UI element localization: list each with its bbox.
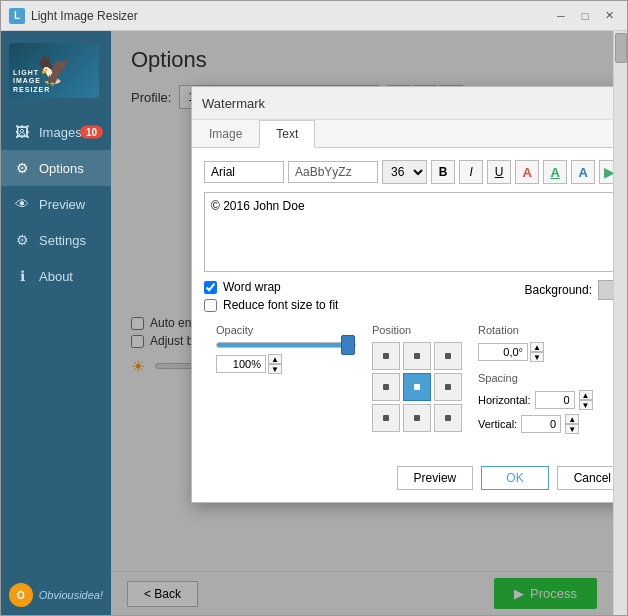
position-bottom-right[interactable] xyxy=(434,404,462,432)
position-bottom-center[interactable] xyxy=(403,404,431,432)
sidebar-item-preview[interactable]: 👁 Preview xyxy=(1,186,111,222)
pos-dot-active xyxy=(414,384,420,390)
images-badge: 10 xyxy=(80,126,103,139)
position-middle-right[interactable] xyxy=(434,373,462,401)
position-label: Position xyxy=(372,324,462,336)
font-color-blue-button[interactable]: A xyxy=(571,160,595,184)
position-bottom-left[interactable] xyxy=(372,404,400,432)
preview-button[interactable]: Preview xyxy=(397,466,474,490)
preview-icon: 👁 xyxy=(13,196,31,212)
pos-dot xyxy=(383,415,389,421)
vertical-increment-button[interactable]: ▲ xyxy=(565,414,579,424)
main-layout: 🦅 LIGHT IMAGE RESIZER 🖼 Images 10 ⚙ Opti xyxy=(1,31,627,615)
spacing-label: Spacing xyxy=(478,372,593,384)
rotation-increment-button[interactable]: ▲ xyxy=(530,342,544,352)
sidebar-item-options[interactable]: ⚙ Options xyxy=(1,150,111,186)
about-icon: ℹ xyxy=(13,268,31,284)
rotation-input[interactable] xyxy=(478,343,528,361)
logo-line-1: LIGHT xyxy=(13,69,95,77)
font-name-input[interactable] xyxy=(204,161,284,183)
position-top-left[interactable] xyxy=(372,342,400,370)
sidebar-item-about[interactable]: ℹ About xyxy=(1,258,111,294)
pos-dot xyxy=(383,353,389,359)
sidebar-label-options: Options xyxy=(39,161,84,176)
opacity-decrement-button[interactable]: ▼ xyxy=(268,364,282,374)
rotation-spinner: ▲ ▼ xyxy=(530,342,544,362)
dialog-footer: Preview OK Cancel xyxy=(192,458,613,502)
opacity-spinner: ▲ ▼ xyxy=(268,354,282,374)
vertical-spacing-input[interactable] xyxy=(521,415,561,433)
position-middle-center[interactable] xyxy=(403,373,431,401)
opacity-slider-thumb[interactable] xyxy=(341,335,355,355)
reduce-font-label: Reduce font size to fit xyxy=(223,298,338,312)
options-row: Word wrap Reduce font size to fit Backgr… xyxy=(204,280,613,312)
sidebar-item-images[interactable]: 🖼 Images 10 xyxy=(1,114,111,150)
vertical-spinner: ▲ ▼ xyxy=(565,414,579,434)
sidebar-logo-area: 🦅 LIGHT IMAGE RESIZER xyxy=(1,31,111,110)
position-top-right[interactable] xyxy=(434,342,462,370)
font-size-select[interactable]: 36 xyxy=(382,160,427,184)
dialog-content: 36 B I U A A A ▶ ▼ xyxy=(192,148,613,458)
opacity-increment-button[interactable]: ▲ xyxy=(268,354,282,364)
app-icon: L xyxy=(9,8,25,24)
watermark-text-input[interactable]: © 2016 John Doe xyxy=(205,193,613,271)
position-middle-left[interactable] xyxy=(372,373,400,401)
horizontal-spacing-row: Horizontal: ▲ ▼ xyxy=(478,390,593,410)
font-color-red-button[interactable]: A xyxy=(515,160,539,184)
background-section: Background: xyxy=(525,280,613,300)
vertical-decrement-button[interactable]: ▼ xyxy=(565,424,579,434)
settings-icon: ⚙ xyxy=(13,232,31,248)
word-wrap-label: Word wrap xyxy=(223,280,281,294)
tab-text[interactable]: Text xyxy=(259,120,315,148)
right-scrollbar[interactable] xyxy=(613,31,627,615)
position-top-center[interactable] xyxy=(403,342,431,370)
modal-overlay: Watermark × Image Text xyxy=(111,31,613,615)
horizontal-spacing-input[interactable] xyxy=(535,391,575,409)
vertical-spacing-row: Vertical: ▲ ▼ xyxy=(478,414,593,434)
app-logo: 🦅 LIGHT IMAGE RESIZER xyxy=(9,43,99,98)
rotation-spacing-section: Rotation ▲ ▼ Spacing xyxy=(478,324,593,438)
sidebar-item-settings[interactable]: ⚙ Settings xyxy=(1,222,111,258)
rotation-input-wrap: ▲ ▼ xyxy=(478,342,593,362)
background-color-swatch[interactable] xyxy=(598,280,613,300)
dialog-close-button[interactable]: × xyxy=(610,93,613,113)
opacity-value-input[interactable] xyxy=(216,355,266,373)
pos-dot xyxy=(414,415,420,421)
reduce-font-row: Reduce font size to fit xyxy=(204,298,613,312)
background-label: Background: xyxy=(525,283,592,297)
arrow-icon: ▶ xyxy=(604,164,613,180)
reduce-font-checkbox[interactable] xyxy=(204,299,217,312)
word-wrap-checkbox[interactable] xyxy=(204,281,217,294)
bold-button[interactable]: B xyxy=(431,160,455,184)
opacity-slider-fill xyxy=(217,343,355,347)
ok-button[interactable]: OK xyxy=(481,466,548,490)
underline-button[interactable]: U xyxy=(487,160,511,184)
vertical-label: Vertical: xyxy=(478,418,517,430)
tab-image[interactable]: Image xyxy=(192,120,259,148)
text-effects-dropdown[interactable]: ▶ ▼ xyxy=(599,160,613,184)
opacity-label: Opacity xyxy=(216,324,356,336)
position-grid xyxy=(372,342,462,432)
vertical-scrollbar-thumb[interactable] xyxy=(615,33,627,63)
italic-button[interactable]: I xyxy=(459,160,483,184)
watermark-dialog: Watermark × Image Text xyxy=(191,86,613,503)
options-icon: ⚙ xyxy=(13,160,31,176)
rotation-decrement-button[interactable]: ▼ xyxy=(530,352,544,362)
font-preview-input[interactable] xyxy=(288,161,378,183)
font-color-green-button[interactable]: A xyxy=(543,160,567,184)
minimize-button[interactable]: ─ xyxy=(551,6,571,26)
horizontal-decrement-button[interactable]: ▼ xyxy=(579,400,593,410)
sidebar-label-images: Images xyxy=(39,125,82,140)
horizontal-increment-button[interactable]: ▲ xyxy=(579,390,593,400)
opacity-slider-track[interactable] xyxy=(216,342,356,348)
brand-logo: O xyxy=(9,583,33,607)
position-section: Position xyxy=(372,324,462,438)
close-button[interactable]: ✕ xyxy=(599,6,619,26)
title-bar-controls: ─ □ ✕ xyxy=(551,6,619,26)
sidebar-nav: 🖼 Images 10 ⚙ Options 👁 Preview ⚙ Settin… xyxy=(1,110,111,575)
pos-dot xyxy=(445,353,451,359)
horizontal-label: Horizontal: xyxy=(478,394,531,406)
cancel-button[interactable]: Cancel xyxy=(557,466,613,490)
text-area-wrap: © 2016 John Doe xyxy=(204,192,613,272)
maximize-button[interactable]: □ xyxy=(575,6,595,26)
